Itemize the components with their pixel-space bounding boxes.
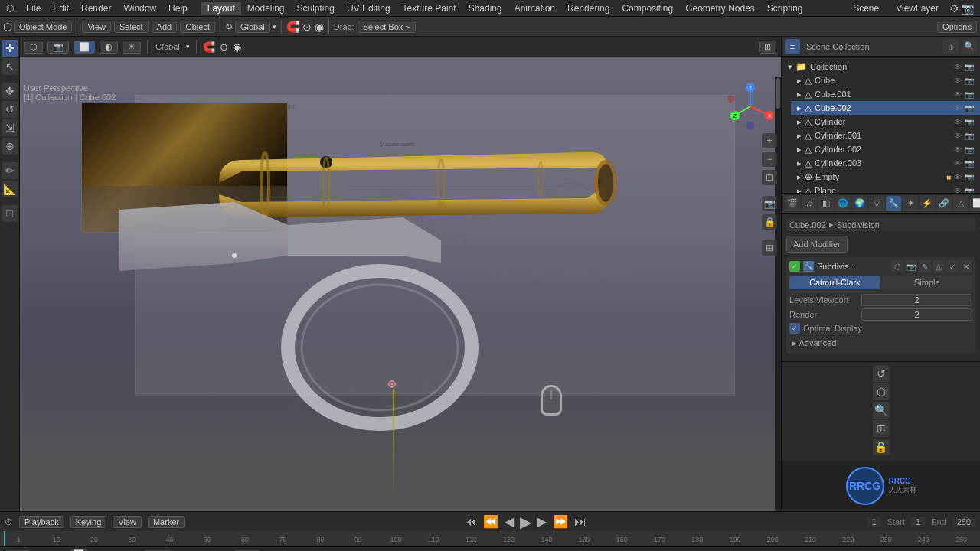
eye-icon[interactable]: 👁 [954, 132, 962, 140]
eye-icon[interactable]: 👁 [954, 173, 962, 181]
modifier-edit-mode[interactable]: ✎ [919, 260, 931, 272]
particles-tab[interactable]: ✦ [903, 196, 918, 211]
render-menu[interactable]: Render [75, 2, 117, 15]
keying-button[interactable]: Keying [70, 516, 107, 528]
eye-icon[interactable]: 👁 [954, 159, 962, 168]
zoom-in-btn[interactable]: + [762, 133, 777, 148]
modifier-show-render[interactable]: 📷 [905, 260, 917, 272]
help-menu[interactable]: Help [162, 2, 194, 15]
tab-animation[interactable]: Animation [508, 2, 561, 15]
outliner-item-cylinder002[interactable]: ▸ △ Cylinder.002 👁 📷 [791, 142, 980, 156]
outliner-item-cylinder001[interactable]: ▸ △ Cylinder.001 👁 📷 [791, 129, 980, 142]
next-keyframe-btn[interactable]: ▶ [537, 514, 547, 529]
cam-icon[interactable]: 📷 [965, 77, 974, 85]
panel-icon-5[interactable]: 🔒 [873, 439, 890, 455]
add-modifier-button[interactable]: Add Modifier [786, 236, 848, 253]
panel-icon-4[interactable]: ⊞ [873, 420, 890, 437]
visibility-icon[interactable]: 👁 [954, 63, 962, 71]
scene-props-tab[interactable]: 🌐 [835, 196, 851, 211]
eye-icon[interactable]: 👁 [954, 187, 962, 194]
world-props-tab[interactable]: 🌍 [852, 196, 867, 211]
jump-start-btn[interactable]: ⏮ [465, 515, 477, 529]
cam-icon[interactable]: 📷 [965, 159, 974, 168]
modifier-apply[interactable]: ✓ [946, 260, 959, 272]
outliner-item-cylinder[interactable]: ▸ △ Cylinder 👁 📷 [791, 115, 980, 129]
lock-btn[interactable]: 🔒 [762, 214, 777, 230]
orientation-dropdown[interactable]: Global [235, 21, 270, 33]
panel-icon-3[interactable]: 🔍 [873, 402, 890, 419]
viewport-shading-rendered[interactable]: ☀ [122, 41, 141, 54]
outliner-item-cube002[interactable]: ▸ △ Cube.002 👁 📷 [791, 101, 980, 115]
timeline-editor-icon[interactable]: ⏱ [5, 517, 13, 527]
catmull-clark-tab[interactable]: Catmull-Clark [789, 276, 880, 289]
viewport-shading-solid[interactable]: ⬜ [74, 41, 95, 54]
viewport-camera-type[interactable]: 📷 [47, 41, 69, 54]
cam-icon[interactable]: 📷 [965, 104, 974, 112]
tab-sculpting[interactable]: Sculpting [291, 2, 341, 15]
tab-modeling[interactable]: Modeling [241, 2, 291, 15]
zoom-out-btn[interactable]: − [762, 152, 777, 167]
move-tool[interactable]: ✥ [2, 83, 18, 99]
object-props-tab[interactable]: ▽ [869, 196, 884, 211]
output-props-tab[interactable]: 🖨 [802, 196, 817, 211]
modifier-delete[interactable]: ✕ [960, 260, 972, 272]
measure-tool[interactable]: 📐 [2, 181, 18, 197]
tab-texture-paint[interactable]: Texture Paint [397, 2, 462, 15]
rotate-tool[interactable]: ↺ [2, 101, 18, 118]
cam-icon[interactable]: 📷 [965, 118, 974, 126]
view-props-tab[interactable]: ◧ [818, 196, 834, 211]
render-icon-col[interactable]: 📷 [965, 63, 974, 71]
cam-icon[interactable]: 📷 [965, 187, 974, 194]
material-tab[interactable]: ⬜ [970, 196, 980, 211]
modifier-show-realtime[interactable]: ⬡ [891, 260, 903, 272]
advanced-section[interactable]: ▸ Advanced [789, 336, 972, 350]
eye-icon[interactable]: 👁 [954, 77, 962, 85]
data-tab[interactable]: △ [953, 196, 969, 211]
eye-icon[interactable]: 👁 [954, 90, 962, 99]
outliner-item-cube001[interactable]: ▸ △ Cube.001 👁 📷 [791, 87, 980, 101]
simple-tab[interactable]: Simple [882, 276, 973, 289]
add-cube-tool[interactable]: □ [2, 205, 18, 222]
transform-tool[interactable]: ⊕ [2, 138, 18, 155]
eye-icon[interactable]: 👁 [954, 118, 962, 126]
viewport-shading-material[interactable]: ◐ [100, 41, 118, 54]
viewport-options[interactable]: ⊞ [759, 41, 776, 54]
render-value[interactable]: 2 [861, 308, 972, 321]
select-box-dropdown[interactable]: Select Box ~ [358, 21, 416, 33]
file-menu[interactable]: File [20, 2, 47, 15]
jump-end-btn[interactable]: ⏭ [574, 515, 586, 529]
start-frame-input[interactable]: 1 [911, 517, 925, 527]
physics-tab[interactable]: ⚡ [920, 196, 935, 211]
add-menu[interactable]: Add [152, 21, 178, 33]
navigation-gizmo[interactable]: Y X Z [727, 83, 773, 129]
viewport-editor-type[interactable]: ⬡ [24, 41, 43, 54]
blender-menu[interactable]: ⬡ [0, 2, 20, 15]
scrollbar-thumb[interactable] [776, 78, 780, 109]
cam-icon[interactable]: 📷 [965, 132, 974, 140]
select-menu[interactable]: Select [114, 21, 149, 33]
eye-icon[interactable]: 👁 [954, 145, 962, 154]
modifier-cage[interactable]: △ [933, 260, 945, 272]
panel-icon-1[interactable]: ↺ [873, 365, 890, 382]
tab-scripting[interactable]: Scripting [761, 2, 809, 15]
prev-keyframe-btn[interactable]: ◀ [505, 514, 514, 529]
levels-viewport-value[interactable]: 2 [861, 294, 972, 306]
scene-selector[interactable]: Scene [847, 2, 885, 15]
next-frame-btn[interactable]: ⏩ [553, 514, 568, 529]
window-menu[interactable]: Window [117, 2, 162, 15]
cam-icon[interactable]: 📷 [965, 145, 974, 154]
viewlayer-selector[interactable]: ViewLayer [890, 2, 945, 15]
end-frame-input[interactable]: 250 [952, 517, 975, 527]
filter-btn[interactable]: ⌽ [943, 39, 959, 54]
cam-icon[interactable]: 📷 [965, 90, 974, 99]
marker-button[interactable]: Marker [148, 516, 185, 528]
outliner-tab[interactable]: ≡ [785, 39, 800, 54]
optimal-display-checkbox[interactable]: ✓ [789, 323, 800, 334]
tab-compositing[interactable]: Compositing [616, 2, 679, 15]
current-frame-display[interactable]: 1 [867, 517, 881, 527]
modifier-props-tab active[interactable]: 🔧 [886, 196, 901, 211]
playback-button[interactable]: Playback [19, 516, 64, 528]
search-outliner[interactable]: 🔍 [962, 39, 977, 54]
prev-frame-btn[interactable]: ⏪ [483, 514, 498, 529]
panel-icon-2[interactable]: ⬡ [873, 383, 890, 400]
